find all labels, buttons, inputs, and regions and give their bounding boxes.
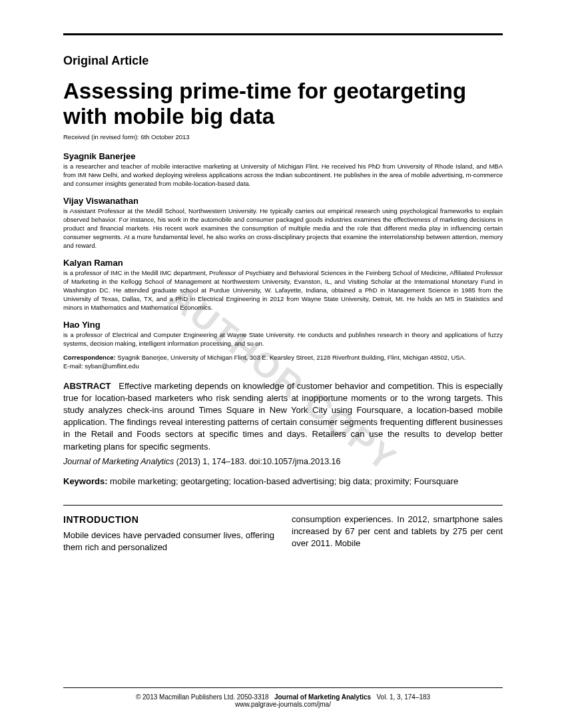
author-name: Vijay Viswanathan [63,196,503,206]
footer-journal: Journal of Marketing Analytics [274,693,371,701]
body-text: consumption experiences. In 2012, smartp… [292,514,503,550]
footer-url: www.palgrave-journals.com/jma/ [63,701,503,708]
author-block: Hao Ying is a professor of Electrical an… [63,320,503,348]
footer-volume: Vol. 1, 3, 174–183 [377,693,431,701]
received-date: Received (in revised form): 6th October … [63,133,503,141]
body-col-right: consumption experiences. In 2012, smartp… [292,514,503,553]
author-block: Syagnik Banerjee is a researcher and tea… [63,151,503,188]
author-name: Syagnik Banerjee [63,151,503,161]
abstract-text: Effective marketing depends on knowledge… [63,381,503,452]
section-rule [63,505,503,506]
keywords: Keywords: mobile marketing; geotargeting… [63,476,503,488]
author-name: Hao Ying [63,320,503,330]
citation: Journal of Marketing Analytics (2013) 1,… [63,457,503,466]
top-rule [63,33,503,35]
body-text: Mobile devices have pervaded consumer li… [63,530,274,553]
body-columns: INTRODUCTION Mobile devices have pervade… [63,514,503,553]
correspondence-text: Syagnik Banerjee, University of Michigan… [117,354,465,361]
keywords-label: Keywords: [63,476,107,486]
correspondence-email: E-mail: syban@umflint.edu [63,362,503,371]
footer: © 2013 Macmillan Publishers Ltd. 2050-33… [63,687,503,708]
article-title: Assessing prime-time for geotargeting wi… [63,79,503,129]
author-block: Kalyan Raman is a professor of IMC in th… [63,258,503,312]
author-bio: is a professor of IMC in the Medill IMC … [63,269,503,312]
author-block: Vijay Viswanathan is Assistant Professor… [63,196,503,250]
citation-journal: Journal of Marketing Analytics [63,457,174,466]
citation-tail: (2013) 1, 174–183. doi:10.1057/jma.2013.… [176,457,341,466]
section-heading: INTRODUCTION [63,514,274,527]
footer-copyright: © 2013 Macmillan Publishers Ltd. 2050-33… [136,693,269,701]
abstract-label: ABSTRACT [63,381,111,391]
abstract: ABSTRACT Effective marketing depends on … [63,380,503,453]
author-bio: is Assistant Professor at the Medill Sch… [63,207,503,250]
keywords-text: mobile marketing; geotargeting; location… [110,476,458,486]
author-name: Kalyan Raman [63,258,503,268]
correspondence: Correspondence: Syagnik Banerjee, Univer… [63,354,503,371]
article-type: Original Article [63,54,503,68]
correspondence-label: Correspondence: [63,354,116,361]
author-bio: is a professor of Electrical and Compute… [63,331,503,348]
author-bio: is a researcher and teacher of mobile in… [63,163,503,188]
body-col-left: INTRODUCTION Mobile devices have pervade… [63,514,274,553]
